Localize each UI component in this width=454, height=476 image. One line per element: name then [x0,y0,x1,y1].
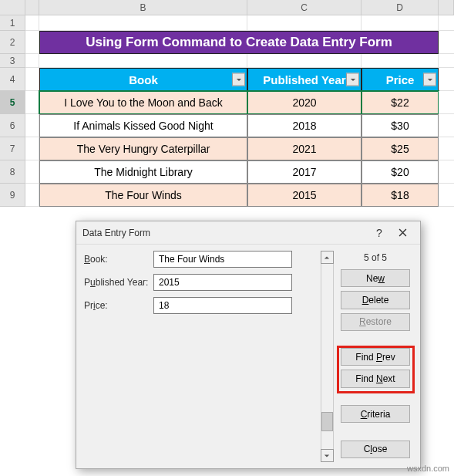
cell-year[interactable]: 2021 [247,137,362,160]
find-next-button[interactable]: Find Next [341,370,410,387]
button-column: 5 of 5 New Delete Restore Find Prev Find… [338,251,412,462]
row-3: 3 [0,54,454,68]
th-price[interactable]: Price [362,68,439,91]
select-all-corner[interactable] [0,0,25,15]
help-icon[interactable]: ? [368,224,391,242]
th-book[interactable]: Book [39,68,247,91]
input-year[interactable] [153,274,292,291]
scroll-up-icon[interactable] [321,251,334,264]
cell-price[interactable]: $25 [362,137,439,160]
filter-icon[interactable] [423,73,436,86]
restore-button[interactable]: Restore [341,313,410,331]
row-7: 7 The Very Hungry Caterpillar 2021 $25 [0,137,454,160]
col-C[interactable]: C [247,0,362,15]
cell-book[interactable]: If Animals Kissed Good Night [39,114,247,137]
row-6: 6 If Animals Kissed Good Night 2018 $30 [0,114,454,137]
cell-price[interactable]: $30 [362,114,439,137]
row-1: 1 [0,15,454,31]
cell-book[interactable]: The Midnight Library [39,160,247,184]
cell-price[interactable]: $22 [362,91,439,114]
delete-button[interactable]: Delete [341,291,410,309]
row-8: 8 The Midnight Library 2017 $20 [0,160,454,184]
col-D[interactable]: D [362,0,439,15]
watermark: wsxdn.com [407,464,449,473]
scroll-down-icon[interactable] [321,449,334,462]
column-headers: B C D [0,0,454,15]
form-fields: Book: Published Year: Price: [84,251,315,462]
row-2: 2 Using Form Command to Create Data Entr… [0,31,454,54]
record-counter: 5 of 5 [364,251,387,263]
close-button[interactable]: Close [341,441,410,458]
input-price[interactable] [153,297,292,314]
cell-price[interactable]: $18 [362,184,439,207]
filter-icon[interactable] [232,73,245,86]
th-year[interactable]: Published Year [247,68,362,91]
dialog-title: Data Entry Form [82,228,368,238]
cell-price[interactable]: $20 [362,160,439,184]
scroll-thumb[interactable] [321,412,333,431]
col-A[interactable] [25,0,39,15]
input-book[interactable] [153,251,292,268]
cell-book[interactable]: I Love You to the Moon and Back [39,91,247,114]
label-price: Price: [84,300,153,311]
row-5: 5 I Love You to the Moon and Back 2020 $… [0,91,454,114]
title-banner[interactable]: Using Form Command to Create Data Entry … [39,31,439,54]
cell-year[interactable]: 2020 [247,91,362,114]
close-icon[interactable] [391,224,414,242]
cell-year[interactable]: 2017 [247,160,362,184]
record-scrollbar[interactable] [320,251,334,462]
col-B[interactable]: B [39,0,247,15]
label-year: Published Year: [84,277,153,288]
data-entry-form-dialog: Data Entry Form ? Book: Published Year: … [76,221,421,469]
cell-book[interactable]: The Very Hungry Caterpillar [39,137,247,160]
row-9: 9 The Four Winds 2015 $18 [0,184,454,207]
label-book: Book: [84,254,153,265]
cell-book[interactable]: The Four Winds [39,184,247,207]
row-4-header: 4 Book Published Year Price [0,68,454,91]
new-button[interactable]: New [341,269,410,287]
cell-year[interactable]: 2015 [247,184,362,207]
dialog-titlebar[interactable]: Data Entry Form ? [76,221,420,245]
find-prev-button[interactable]: Find Prev [341,348,410,366]
cell-year[interactable]: 2018 [247,114,362,137]
filter-icon[interactable] [346,73,359,86]
spreadsheet: B C D 1 2 Using Form Command to Create D… [0,0,454,207]
criteria-button[interactable]: Criteria [341,405,410,423]
